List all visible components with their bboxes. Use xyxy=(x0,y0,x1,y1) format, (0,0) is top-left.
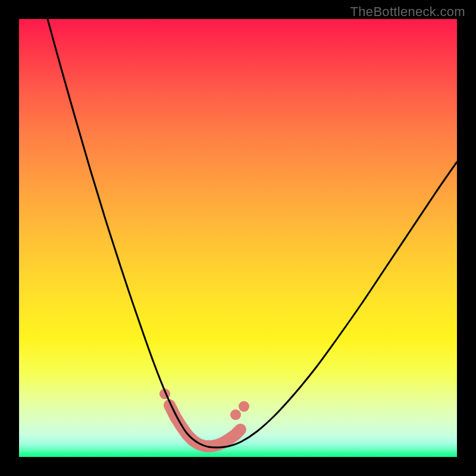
plot-area xyxy=(19,19,457,457)
highlight-dot xyxy=(239,401,249,412)
bottleneck-curve xyxy=(48,19,457,447)
highlight-dot xyxy=(230,409,241,420)
chart-frame: TheBottleneck.com xyxy=(0,0,476,476)
watermark-text: TheBottleneck.com xyxy=(350,4,465,20)
curve-layer xyxy=(19,19,457,457)
highlight-band xyxy=(170,405,240,446)
